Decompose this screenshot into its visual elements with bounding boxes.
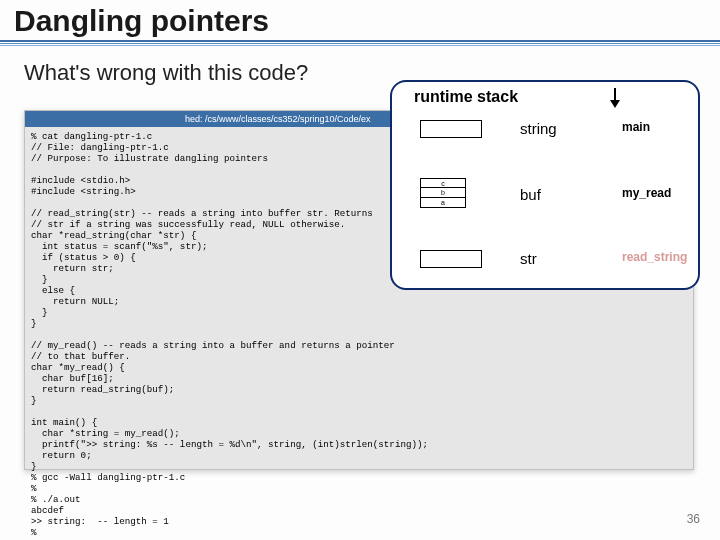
stack-frame-myread: c b a buf my_read [420,178,466,208]
runtime-stack-overlay: runtime stack string main c b a buf my_r… [390,80,700,290]
var-box [420,250,482,268]
page-number: 36 [687,512,700,526]
var-label: string [520,120,557,137]
var-label: str [520,250,537,267]
frame-name: my_read [622,186,671,200]
slide-title: Dangling pointers [0,0,720,40]
var-box [420,120,482,138]
overlay-title: runtime stack [414,88,518,106]
buf-cell: c [420,178,466,188]
var-label: buf [520,186,541,203]
buf-cell: a [420,198,466,208]
stack-frame-main: string main [420,120,482,138]
arrow-down-icon [614,88,616,106]
buf-array: c b a [420,178,466,208]
frame-name: main [622,120,650,134]
buf-cell: b [420,188,466,198]
stack-frame-readstring: str read_string [420,250,482,268]
frame-name: read_string [622,250,687,264]
